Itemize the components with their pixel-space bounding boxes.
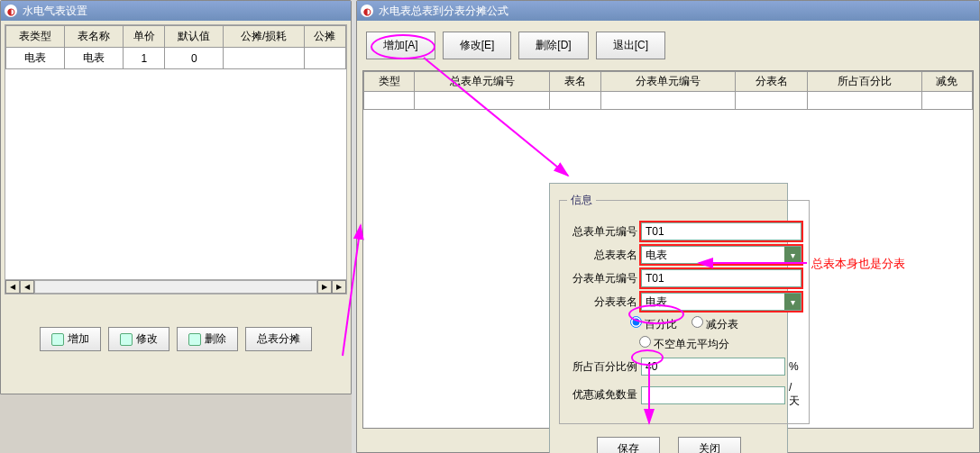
window-title: 水电气表设置: [23, 4, 87, 19]
table-row[interactable]: 电表 电表 1 0: [6, 48, 346, 69]
unit-discount: /天: [785, 381, 801, 409]
save-button[interactable]: 保存: [597, 437, 660, 453]
allocate-button[interactable]: 总表分摊: [245, 327, 312, 351]
label-main-unit: 总表单元编号: [567, 224, 641, 240]
toolbar-add-button[interactable]: 增加[A]: [366, 32, 435, 59]
add-icon: [51, 333, 64, 346]
fieldset-legend: 信息: [567, 193, 596, 208]
input-sub-unit[interactable]: [641, 269, 801, 287]
col-type[interactable]: 类型: [364, 72, 415, 92]
delete-button[interactable]: 删除: [177, 327, 238, 351]
toolbar-exit-button[interactable]: 退出[C]: [596, 32, 665, 59]
toolbar: 增加[A] 修改[E] 删除[D] 退出[C]: [366, 32, 970, 59]
scroll-right-btn[interactable]: ▶: [317, 280, 332, 294]
allocation-grid[interactable]: 类型 总表单元编号 表名 分表单元编号 分表名 所占百分比 减免: [363, 71, 973, 110]
info-fieldset: 信息 总表单元编号 总表表名 ▾ 分表单元编号 分表表: [559, 193, 810, 424]
table-row[interactable]: [364, 92, 973, 110]
col-meter-type[interactable]: 表类型: [6, 26, 65, 48]
label-percent: 所占百分比例: [567, 359, 641, 375]
close-button[interactable]: 关闭: [678, 437, 741, 453]
col-percent[interactable]: 所占百分比: [808, 72, 921, 92]
left-footer-area: [0, 394, 352, 453]
titlebar-left[interactable]: ◐ 水电气表设置: [1, 1, 351, 21]
radio-row-1: 百分比 减分表: [567, 316, 801, 332]
scroll-track[interactable]: [34, 280, 317, 294]
combo-main-name-input[interactable]: [642, 247, 784, 263]
combo-sub-name-input[interactable]: [642, 294, 784, 310]
radio-avg[interactable]: 不空单元平均分: [639, 338, 729, 350]
add-button[interactable]: 增加: [40, 327, 101, 351]
combo-sub-name[interactable]: ▾: [641, 293, 801, 311]
label-sub-unit: 分表单元编号: [567, 271, 641, 286]
input-discount[interactable]: [641, 386, 785, 404]
col-share[interactable]: 公摊: [304, 26, 345, 48]
col-meter-name2[interactable]: 表名: [550, 72, 600, 92]
scroll-left-btn[interactable]: ◀: [5, 280, 20, 294]
label-main-name: 总表表名: [567, 248, 641, 263]
delete-icon: [188, 333, 201, 346]
col-sub-name[interactable]: 分表名: [736, 72, 808, 92]
input-main-unit[interactable]: [641, 222, 801, 240]
edit-button[interactable]: 修改: [108, 327, 169, 351]
label-sub-name: 分表表名: [567, 294, 641, 310]
input-percent[interactable]: [641, 358, 785, 376]
meter-grid-panel: 表类型 表名称 单价 默认值 公摊/损耗 公摊 电表 电表 1 0 ◀: [5, 24, 347, 294]
unit-percent: %: [785, 360, 801, 373]
scroll-left2-btn[interactable]: ◀: [20, 280, 34, 294]
radio-row-2: 不空单元平均分: [567, 336, 801, 352]
app-icon: ◐: [5, 5, 17, 17]
col-main-unit[interactable]: 总表单元编号: [415, 72, 550, 92]
annotation-text: 总表本身也是分表: [811, 256, 905, 272]
toolbar-edit-button[interactable]: 修改[E]: [443, 32, 512, 59]
combo-main-name[interactable]: ▾: [641, 246, 801, 264]
col-discount[interactable]: 减免: [921, 72, 972, 92]
toolbar-del-button[interactable]: 删除[D]: [518, 32, 588, 59]
edit-icon: [120, 333, 133, 346]
label-discount: 优惠减免数量: [567, 387, 641, 403]
meter-grid[interactable]: 表类型 表名称 单价 默认值 公摊/损耗 公摊 电表 电表 1 0: [5, 25, 346, 69]
col-price[interactable]: 单价: [124, 26, 165, 48]
hscrollbar[interactable]: ◀ ◀ ▶ ▶: [5, 279, 346, 294]
col-meter-name[interactable]: 表名称: [65, 26, 124, 48]
radio-percent[interactable]: 百分比: [630, 318, 677, 331]
titlebar-right[interactable]: ◐ 水电表总表到分表分摊公式: [357, 1, 979, 21]
window-title: 水电表总表到分表分摊公式: [379, 4, 508, 19]
radio-subtract[interactable]: 减分表: [691, 318, 738, 331]
chevron-down-icon[interactable]: ▾: [784, 294, 801, 310]
scroll-right2-btn[interactable]: ▶: [332, 280, 346, 294]
app-icon: ◐: [361, 5, 373, 17]
col-default[interactable]: 默认值: [165, 26, 224, 48]
col-sub-unit[interactable]: 分表单元编号: [600, 72, 736, 92]
window-meter-settings: ◐ 水电气表设置 表类型 表名称 单价 默认值 公摊/损耗 公摊 电表 电表 1…: [0, 0, 352, 394]
col-share-loss[interactable]: 公摊/损耗: [224, 26, 304, 48]
chevron-down-icon[interactable]: ▾: [784, 247, 801, 263]
window-allocation-formula: ◐ 水电表总表到分表分摊公式 增加[A] 修改[E] 删除[D] 退出[C] 类…: [356, 0, 980, 453]
info-dialog: 信息 总表单元编号 总表表名 ▾ 分表单元编号 分表表: [549, 183, 788, 453]
